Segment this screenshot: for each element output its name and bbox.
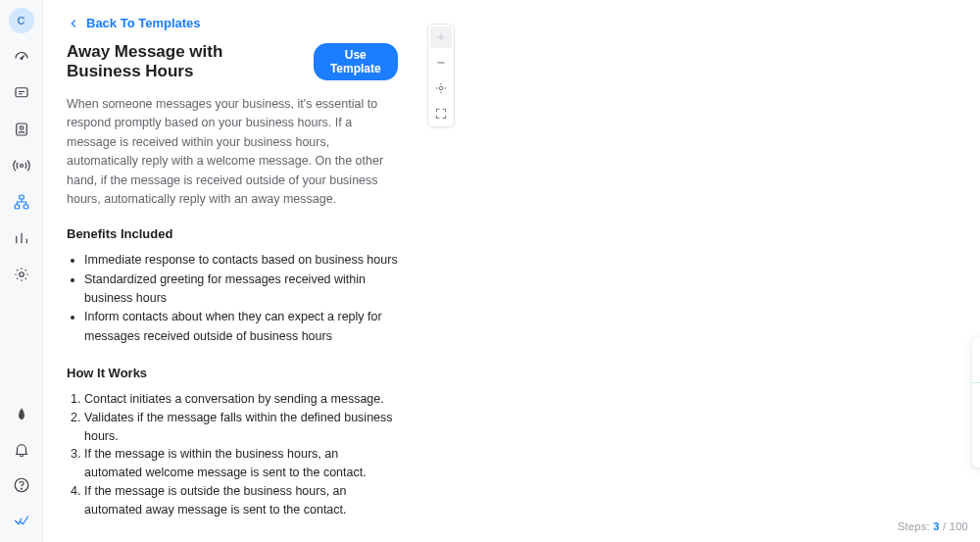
- chevron-left-icon: [67, 17, 80, 30]
- svg-point-10: [21, 488, 22, 489]
- recenter-button[interactable]: [430, 77, 452, 99]
- back-link-label: Back To Templates: [86, 16, 201, 30]
- benefits-list: Immediate response to contacts based on …: [67, 251, 398, 346]
- svg-rect-5: [19, 195, 24, 199]
- zoom-out-button[interactable]: [430, 52, 452, 74]
- nav-settings[interactable]: [12, 265, 31, 284]
- details-panel: Back To Templates Away Message with Busi…: [43, 0, 416, 542]
- list-item: Standardized greeting for messages recei…: [84, 271, 398, 309]
- node-welcome-message[interactable]: Welcome Message Message: Hello $contact.…: [972, 338, 980, 468]
- how-it-works-heading: How It Works: [67, 366, 398, 380]
- template-description: When someone messages your business, it'…: [67, 95, 398, 209]
- nav-reports[interactable]: [12, 228, 31, 248]
- fullscreen-button[interactable]: [430, 103, 452, 124]
- brand-logo: [12, 511, 31, 530]
- nav-help[interactable]: [12, 475, 31, 495]
- app-sidebar: C: [0, 0, 43, 542]
- svg-rect-6: [15, 205, 20, 209]
- nav-notifications[interactable]: [12, 440, 31, 460]
- back-to-templates-link[interactable]: Back To Templates: [67, 16, 201, 30]
- steps-max: 100: [950, 520, 968, 532]
- benefits-heading: Benefits Included: [67, 226, 398, 241]
- svg-point-3: [20, 126, 23, 129]
- list-item: Inform contacts about when they can expe…: [84, 308, 398, 346]
- page-title: Away Message with Business Hours: [67, 42, 300, 81]
- nav-broadcast[interactable]: [12, 156, 31, 175]
- node-body: Message: Hello $contact.firstname welcom…: [972, 383, 980, 468]
- list-item: If the message is within the business ho…: [84, 445, 398, 482]
- avatar[interactable]: C: [9, 8, 34, 33]
- steps-counter: Steps: 3 / 100: [898, 520, 968, 532]
- workflow-canvas[interactable]: Trigger Conversation Opened Business Hou…: [416, 0, 980, 542]
- list-item: Contact initiates a conversation by send…: [84, 390, 398, 409]
- zoom-in-button[interactable]: [430, 26, 452, 48]
- how-it-works-list: Contact initiates a conversation by send…: [67, 390, 398, 518]
- nav-inbox[interactable]: [12, 83, 31, 103]
- nav-workflows[interactable]: [12, 192, 31, 212]
- steps-current: 3: [933, 520, 939, 532]
- svg-point-8: [19, 272, 24, 277]
- svg-point-4: [20, 165, 23, 168]
- svg-point-11: [439, 86, 443, 90]
- svg-rect-1: [16, 88, 27, 97]
- flow-connectors: [416, 0, 980, 542]
- list-item: Validates if the message falls within th…: [84, 409, 398, 446]
- list-item: Immediate response to contacts based on …: [84, 251, 398, 270]
- nav-user[interactable]: [12, 405, 31, 424]
- steps-label: Steps:: [898, 520, 930, 532]
- svg-rect-7: [24, 205, 28, 209]
- nav-contacts[interactable]: [12, 120, 31, 139]
- use-template-button[interactable]: Use Template: [314, 43, 398, 80]
- steps-sep: /: [943, 520, 946, 532]
- list-item: If the message is outside the business h…: [84, 482, 398, 519]
- canvas-toolbar: [427, 24, 455, 127]
- nav-dashboard[interactable]: [12, 47, 31, 67]
